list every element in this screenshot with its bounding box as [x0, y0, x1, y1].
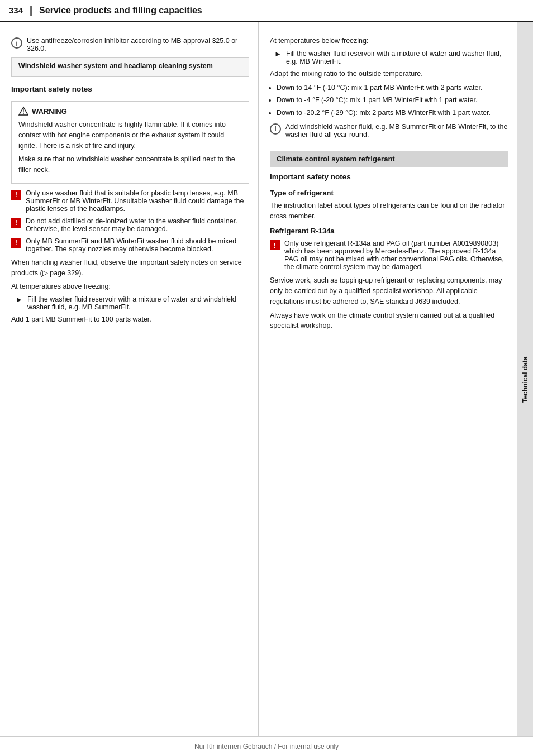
mix-bullet-2: Down to -4 °F (-20 °C): mix 1 part MB Wi…: [277, 95, 508, 106]
below-freezing-label: At temperatures below freezing:: [270, 36, 508, 46]
page-title: Service products and filling capacities: [39, 6, 202, 16]
antifreeze-note: i Use antifreeze/corrosion inhibitor acc…: [11, 37, 249, 52]
climate-para1: Service work, such as topping-up refrige…: [270, 275, 508, 307]
climate-safety-heading: Important safety notes: [270, 173, 508, 183]
summerfit-ratio: Add 1 part MB SummerFit to 100 parts wat…: [11, 314, 249, 325]
caution-text-2: Do not add distilled or de-ionized water…: [26, 217, 249, 233]
washer-fluid-para1: When handling washer fluid, observe the …: [11, 257, 249, 279]
bullet-arrow-icon-1: ►: [16, 295, 23, 304]
caution-text-1: Only use washer fluid that is suitable f…: [26, 189, 249, 213]
caution-icon-r134a: !: [270, 240, 280, 250]
two-col-layout: i Use antifreeze/corrosion inhibitor acc…: [0, 22, 517, 737]
page-footer: Nur für internen Gebrauch / For internal…: [0, 736, 533, 756]
info-icon: i: [11, 37, 22, 49]
warning-title: ! WARNING: [18, 106, 242, 116]
warning-label: WARNING: [32, 107, 67, 116]
add-washer-fluid-text: Add windshield washer fluid, e.g. MB Sum…: [285, 123, 508, 138]
adapt-ratio-para: Adapt the mixing ratio to the outside te…: [270, 69, 508, 79]
mix-bullet-1: Down to 14 °F (-10 °C): mix 1 part MB Wi…: [277, 83, 508, 93]
divider-bar: |: [30, 4, 32, 16]
page-header: 334 | Service products and filling capac…: [0, 0, 533, 22]
svg-text:!: !: [22, 109, 24, 115]
type-of-refrigerant-para: The instruction label about types of ref…: [270, 200, 508, 222]
climate-heading: Climate control system refrigerant: [270, 151, 508, 167]
warning-box: ! WARNING Windshield washer concentrate …: [11, 101, 249, 184]
above-freezing-label: At temperatures above freezing:: [11, 281, 249, 292]
type-of-refrigerant-heading: Type of refrigerant: [270, 189, 508, 197]
footer-text: Nur für internen Gebrauch / For internal…: [194, 743, 339, 750]
caution-icon-3: !: [11, 238, 21, 248]
left-column: i Use antifreeze/corrosion inhibitor acc…: [0, 22, 259, 737]
windshield-section-box: Windshield washer system and headlamp cl…: [11, 57, 249, 77]
windshield-heading: Windshield washer system and headlamp cl…: [18, 62, 242, 70]
climate-section: Climate control system refrigerant Impor…: [270, 151, 508, 331]
warning-text1: Windshield washer concentrate is highly …: [18, 119, 242, 151]
side-label: Technical data: [517, 22, 533, 737]
caution-icon-2: !: [11, 218, 21, 228]
bullet-below-freezing-text: Fill the washer fluid reservoir with a m…: [286, 50, 508, 65]
caution-icon-1: !: [11, 190, 21, 200]
r134a-caution-text: Only use refrigerant R-134a and PAG oil …: [284, 240, 508, 271]
right-column: At temperatures below freezing: ► Fill t…: [259, 22, 517, 737]
bullet-above-freezing-text: Fill the washer fluid reservoir with a m…: [27, 295, 249, 311]
antifreeze-note-text: Use antifreeze/corrosion inhibitor accor…: [27, 37, 249, 52]
mix-bullet-3: Down to -20.2 °F (-29 °C): mix 2 parts M…: [277, 108, 508, 118]
caution-item-2: ! Do not add distilled or de-ionized wat…: [11, 217, 249, 233]
main-content: i Use antifreeze/corrosion inhibitor acc…: [0, 22, 533, 737]
bullet-below-freezing: ► Fill the washer fluid reservoir with a…: [274, 50, 508, 65]
caution-item-1: ! Only use washer fluid that is suitable…: [11, 189, 249, 213]
caution-text-3: Only MB SummerFit and MB WinterFit washe…: [26, 237, 249, 253]
page-number: 334: [9, 6, 23, 15]
climate-para2: Always have work on the climate control …: [270, 310, 508, 332]
bullet-arrow-icon-2: ►: [274, 50, 282, 58]
add-washer-fluid-note: i Add windshield washer fluid, e.g. MB S…: [270, 123, 508, 138]
warning-text2: Make sure that no windshield washer conc…: [18, 154, 242, 175]
info-icon-2: i: [270, 123, 281, 135]
mix-bullets-list: Down to 14 °F (-10 °C): mix 1 part MB Wi…: [277, 83, 508, 118]
bullet-above-freezing: ► Fill the washer fluid reservoir with a…: [16, 295, 249, 311]
warning-triangle-icon: !: [18, 106, 28, 116]
r134a-caution: ! Only use refrigerant R-134a and PAG oi…: [270, 240, 508, 271]
caution-item-3: ! Only MB SummerFit and MB WinterFit was…: [11, 237, 249, 253]
safety-notes-heading: Important safety notes: [11, 85, 249, 95]
r134a-heading: Refrigerant R-134a: [270, 227, 508, 235]
